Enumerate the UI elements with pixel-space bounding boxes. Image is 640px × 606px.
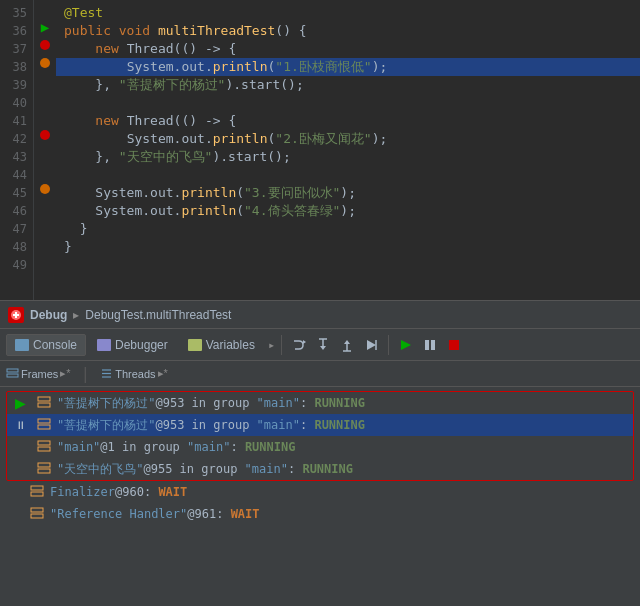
thread-1-text: "菩提树下的杨过"@953 in group "main": RUNNING <box>57 395 365 412</box>
resume-btn[interactable] <box>395 334 417 356</box>
thread-3-text: "main"@1 in group "main": RUNNING <box>57 440 295 454</box>
svg-rect-29 <box>31 486 43 490</box>
breakpoint-42 <box>40 130 50 140</box>
gutter-39 <box>34 72 56 90</box>
svg-marker-8 <box>344 340 350 344</box>
thread-4-stack-icon <box>37 462 51 476</box>
console-icon <box>15 339 29 351</box>
svg-rect-31 <box>31 508 43 512</box>
thread-6-text: "Reference Handler"@961: WAIT <box>50 507 260 521</box>
code-line-44 <box>56 166 640 184</box>
code-line-42: System.out.println("2.卧梅又闻花"); <box>56 130 640 148</box>
svg-rect-26 <box>38 447 50 451</box>
debug-session: DebugTest.multiThreadTest <box>85 308 231 322</box>
threads-icon <box>100 368 113 379</box>
step-out-icon <box>339 337 355 353</box>
gutter-44 <box>34 162 56 180</box>
debugger-label: Debugger <box>115 338 168 352</box>
thread-5-text: Finalizer@960: WAIT <box>50 485 187 499</box>
svg-rect-24 <box>38 425 50 429</box>
thread-1-stack-icon <box>37 396 51 410</box>
thread-box: ▶ "菩提树下的杨过"@953 in group "main": RUNNING… <box>6 391 634 481</box>
thread-item-6[interactable]: "Reference Handler"@961: WAIT <box>0 503 640 525</box>
thread-6-stack-icon <box>30 507 44 521</box>
code-line-35: @Test <box>56 4 640 22</box>
gutter-38 <box>34 54 56 72</box>
gutter-40 <box>34 90 56 108</box>
frames-label: Frames <box>21 368 58 380</box>
sub-tab-threads[interactable]: Threads ▸* <box>100 367 168 380</box>
gutter-49 <box>34 252 56 270</box>
svg-rect-25 <box>38 441 50 445</box>
breakpoint-45 <box>40 184 50 194</box>
frames-icon <box>6 368 19 379</box>
debug-title-bar: Debug ▸ DebugTest.multiThreadTest <box>0 301 640 329</box>
debug-separator: ▸ <box>73 308 79 322</box>
sub-toolbar: Frames ▸* | Threads ▸* <box>0 361 640 387</box>
gutter-47 <box>34 216 56 234</box>
svg-rect-28 <box>38 469 50 473</box>
code-line-48: } <box>56 238 640 256</box>
code-line-46: System.out.println("4.倚头答春绿"); <box>56 202 640 220</box>
stop-icon <box>446 337 462 353</box>
frames-arrow: ▸* <box>60 367 70 380</box>
svg-rect-2 <box>13 314 19 316</box>
thread-1-play-icon: ▶ <box>15 395 26 411</box>
step-over-btn[interactable] <box>288 334 310 356</box>
svg-rect-17 <box>7 374 18 377</box>
code-area: 35 36 37 38 39 40 41 42 43 44 45 46 47 4… <box>0 0 640 300</box>
thread-2-text: "菩提树下的杨过"@953 in group "main": RUNNING <box>57 417 365 434</box>
svg-marker-10 <box>367 340 376 350</box>
code-line-40 <box>56 94 640 112</box>
console-label: Console <box>33 338 77 352</box>
code-line-36: public void multiThreadTest() { <box>56 22 640 40</box>
stop-btn[interactable] <box>443 334 465 356</box>
gutter-42 <box>34 126 56 144</box>
svg-rect-32 <box>31 514 43 518</box>
code-line-39: }, "菩提树下的杨过").start(); <box>56 76 640 94</box>
gutter-46 <box>34 198 56 216</box>
code-lines: @Test public void multiThreadTest() { ne… <box>56 0 640 300</box>
thread-item-5[interactable]: Finalizer@960: WAIT <box>0 481 640 503</box>
pause-btn[interactable] <box>419 334 441 356</box>
tab-console[interactable]: Console <box>6 334 86 356</box>
thread-3-stack-icon <box>37 440 51 454</box>
code-line-45: System.out.println("3.要问卧似水"); <box>56 184 640 202</box>
svg-rect-30 <box>31 492 43 496</box>
step-out-btn[interactable] <box>336 334 358 356</box>
step-into-btn[interactable] <box>312 334 334 356</box>
toolbar-sep2 <box>388 335 389 355</box>
breakpoint-38 <box>40 58 50 68</box>
gutter-45 <box>34 180 56 198</box>
code-line-43: }, "天空中的飞鸟").start(); <box>56 148 640 166</box>
pause-icon <box>422 337 438 353</box>
run-to-cursor-icon <box>363 337 379 353</box>
debug-panel: Debug ▸ DebugTest.multiThreadTest Consol… <box>0 300 640 606</box>
svg-rect-22 <box>38 403 50 407</box>
svg-rect-15 <box>449 340 459 350</box>
svg-marker-5 <box>320 346 326 350</box>
sub-tab-frames[interactable]: Frames ▸* <box>6 367 71 380</box>
thread-1-run-indicator: ▶ <box>15 395 31 411</box>
debugger-icon <box>97 339 111 351</box>
step-into-icon <box>315 337 331 353</box>
line-numbers: 35 36 37 38 39 40 41 42 43 44 45 46 47 4… <box>0 0 34 300</box>
tab-variables[interactable]: Variables <box>179 334 264 356</box>
gutter-41 <box>34 108 56 126</box>
gutter: ▶ <box>34 0 56 300</box>
breakpoint-37 <box>40 40 50 50</box>
run-to-cursor-btn[interactable] <box>360 334 382 356</box>
tab-debugger[interactable]: Debugger <box>88 334 177 356</box>
sub-toolbar-sep: | <box>81 364 91 383</box>
thread-list: ▶ "菩提树下的杨过"@953 in group "main": RUNNING… <box>0 387 640 606</box>
svg-rect-14 <box>431 340 435 350</box>
gutter-35 <box>34 0 56 18</box>
svg-marker-3 <box>303 340 306 344</box>
thread-item-2[interactable]: ⏸ "菩提树下的杨过"@953 in group "main": RUNNING <box>7 414 633 436</box>
svg-rect-23 <box>38 419 50 423</box>
thread-item-1[interactable]: ▶ "菩提树下的杨过"@953 in group "main": RUNNING <box>7 392 633 414</box>
toolbar: Console Debugger Variables ▸ <box>0 329 640 361</box>
thread-item-3[interactable]: "main"@1 in group "main": RUNNING <box>7 436 633 458</box>
gutter-48 <box>34 234 56 252</box>
thread-item-4[interactable]: "天空中的飞鸟"@955 in group "main": RUNNING <box>7 458 633 480</box>
